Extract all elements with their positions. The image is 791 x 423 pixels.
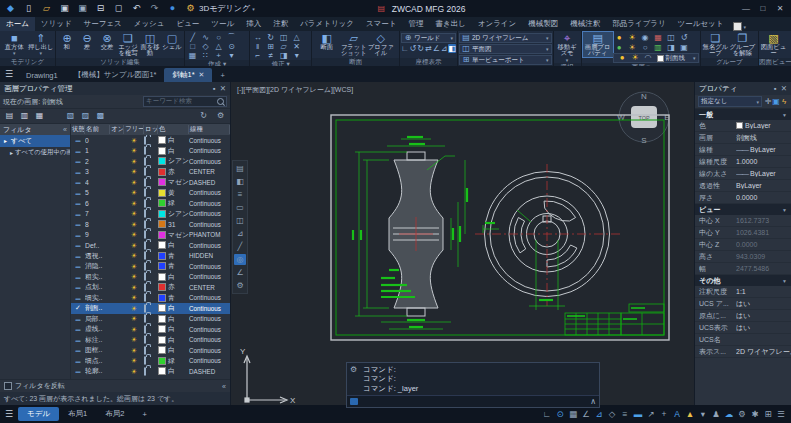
unlock-icon[interactable] [144,326,158,333]
color-cell[interactable]: 白 [158,303,189,313]
minimize-button[interactable]: — [738,4,754,13]
column-header-色[interactable]: 色 [158,125,189,134]
freeze-sun-icon[interactable]: ☀ [124,221,144,228]
vt-copy-icon[interactable]: ◫ [234,215,246,226]
layout-menu-icon[interactable]: ☰ [0,409,18,419]
section-1[interactable]: ▱フラットショット [340,32,367,57]
layer-row-局部..[interactable]: ▬局部..☀白Continuous [71,314,230,325]
color-cell[interactable]: 白 [158,240,189,250]
unlock-icon[interactable] [144,357,158,364]
freeze-sun-icon[interactable]: ☀ [124,368,144,375]
ucs-face-icon[interactable]: ⇄ [425,44,433,53]
linetype-cell[interactable]: Continuous [189,158,230,165]
color-cell[interactable]: 白 [158,335,189,345]
linetype-cell[interactable]: Continuous [189,326,230,333]
stretch-icon[interactable]: ▱ [277,42,290,51]
linetype-cell[interactable]: HIDDEN [189,252,230,259]
vt-angle-icon[interactable]: ⊿ [234,228,246,239]
move-gizmo-button[interactable]: ⌖ 移動ギズモ▾ [555,32,580,63]
more-icon[interactable]: ▾ [225,51,238,60]
doc-tab-斜軸1*[interactable]: 斜軸1*✕ [164,68,212,82]
ortho-icon[interactable]: ∟ [541,408,553,420]
explode-icon[interactable]: ◨ [277,51,290,60]
ribbon-tab-挿入[interactable]: 挿入 [240,17,267,31]
new-layer-vp-icon[interactable]: ▥ [18,112,31,121]
color-cell[interactable]: 青 [158,261,189,271]
property-row-透過性[interactable]: 透過性ByLayer [695,180,791,192]
color-cell[interactable]: シアン [158,156,189,166]
property-row-表示ス...[interactable]: 表示ス...2D ワイヤフレーム [695,346,791,358]
freeze-sun-icon[interactable]: ☀ [124,168,144,175]
layer-row-透視..[interactable]: ▬透視..☀青HIDDEN [71,251,230,262]
color-cell[interactable]: 黄 [158,188,189,198]
refresh-icon[interactable]: ↻ [197,112,210,121]
vt-section-icon[interactable]: ◧ [234,176,246,187]
color-cell[interactable]: マゼンタ [158,177,189,187]
unlock-icon[interactable] [144,368,158,375]
unlock-icon[interactable] [144,231,158,238]
freeze-sun-icon[interactable]: ☀ [124,336,144,343]
layout-tab-+[interactable]: + [133,408,155,421]
color-cell[interactable]: 31 [158,220,189,228]
save-icon[interactable]: ▣ [58,4,71,13]
view-cube[interactable]: N S W E TOP [617,92,669,145]
unlock-icon[interactable] [144,158,158,165]
unlock-icon[interactable] [144,263,158,270]
dyn-input-icon[interactable]: ↗ [645,408,657,420]
selection-dropdown[interactable]: 指定なし▾ [698,96,762,107]
layer-row-细实..[interactable]: ▬细实..☀青Continuous [71,293,230,304]
layer-match-icon[interactable]: ◫ [665,33,678,42]
annotation-scale-icon[interactable]: ▲ [684,408,696,420]
layer-freeze-icon[interactable]: ☀ [626,33,639,42]
point-icon[interactable]: ∷ [199,51,212,60]
vt-rect-icon[interactable]: ▭ [234,202,246,213]
print-icon[interactable]: ⊟ [94,4,107,13]
unlock-icon[interactable] [144,252,158,259]
pin-icon[interactable]: ▪ [774,84,777,93]
property-row-中心 Y[interactable]: 中心 Y1026.4381 [695,227,791,239]
unlock-icon[interactable] [144,242,158,249]
layer-properties-button[interactable]: ▤ 画層プロパティ [583,32,613,57]
ucs-view-icon[interactable]: ⊿ [440,44,448,53]
polyline-icon[interactable]: ∿ [199,33,212,42]
view-dropdown-2[interactable]: ⊞単一ビューポート▾ [459,55,552,65]
linetype-cell[interactable]: Continuous [189,210,230,217]
color-cell[interactable]: 緑 [158,198,189,208]
unlock-icon[interactable] [144,200,158,207]
vt-gear-icon[interactable]: ⚙ [234,280,246,291]
color-cell[interactable]: 白 [158,135,189,145]
scale-dropdown-icon[interactable]: ▾ [697,408,709,420]
new-file-icon[interactable]: ▯ [22,4,35,13]
ribbon-tab-機械製図[interactable]: 機械製図 [522,17,564,31]
ucs-object-icon[interactable]: ∠ [432,44,440,53]
freeze-sun-icon[interactable]: ☀ [124,158,144,165]
column-header-名前[interactable]: 名前 [85,125,110,134]
layer-row-细点..[interactable]: ▬细点..☀緑Continuous [71,356,230,367]
linetype-cell[interactable]: Continuous [189,347,230,354]
ribbon-tab-パラメトリック[interactable]: パラメトリック [294,17,360,31]
ribbon-tab-メッシュ[interactable]: メッシュ [128,17,171,31]
open-folder-icon[interactable]: ▱ [40,4,53,13]
freeze-sun-icon[interactable]: ☀ [124,242,144,249]
settings-gear-icon[interactable]: ⚙ [214,112,227,121]
property-row-線種尺度[interactable]: 線種尺度1.0000 [695,156,791,168]
cycle-icon[interactable]: + [658,408,670,420]
freeze-sun-icon[interactable]: ☀ [124,357,144,364]
plot-preview-icon[interactable]: ◻ [112,4,125,13]
solid-edit-4[interactable]: ◫面を移動 [139,32,161,57]
color-cell[interactable]: 白 [158,272,189,282]
command-collapse-icon[interactable]: ∧ [590,397,596,406]
column-header-状態[interactable]: 状態 [71,125,85,134]
layer-on-icon[interactable]: ● [613,33,626,42]
linetype-cell[interactable]: Continuous [189,273,230,280]
vt-list-icon[interactable]: ≡ [234,189,246,200]
linetype-cell[interactable]: Continuous [189,221,230,228]
redo-icon[interactable]: ↷ [148,4,161,13]
linetype-cell[interactable]: Continuous [189,242,230,249]
solid-edit-5[interactable]: ▢シェル [161,32,183,50]
unlock-icon[interactable] [144,168,158,175]
pin-icon[interactable]: ▪ [213,84,216,93]
layer-row-7[interactable]: ▬7☀シアンContinuous [71,209,230,220]
section-0[interactable]: ◧断面 [313,32,340,50]
property-row-中心 X[interactable]: 中心 X1612.7373 [695,215,791,227]
